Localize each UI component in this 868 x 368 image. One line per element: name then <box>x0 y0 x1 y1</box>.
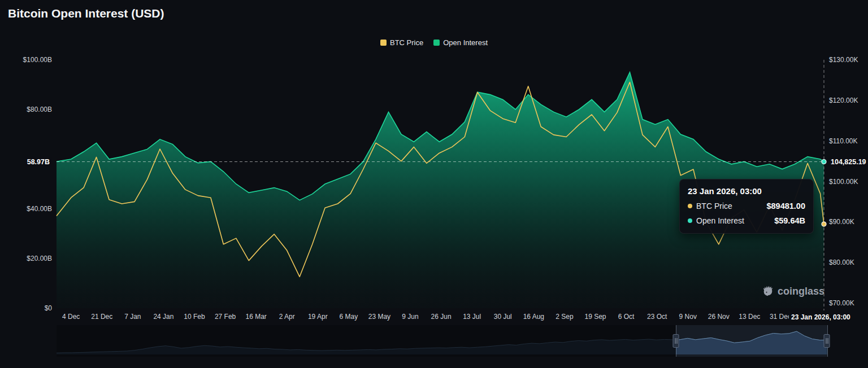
tooltip-title: 23 Jan 2026, 03:00 <box>688 186 805 196</box>
navigator-handle-left[interactable] <box>673 334 679 348</box>
tooltip-series-label: Open Interest <box>696 216 744 225</box>
navigator-handle-right[interactable] <box>824 334 830 348</box>
x-crosshair-label: 23 Jan 2026, 03:00 <box>789 312 853 322</box>
btc-price-marker-dot <box>822 222 826 226</box>
tooltip-row: Open Interest$59.64B <box>688 216 805 225</box>
watermark-text: coinglass <box>778 286 824 297</box>
navigator-dim-overlay <box>57 325 676 357</box>
tooltip-series-value: $59.64B <box>774 216 805 225</box>
navigator[interactable] <box>57 325 828 357</box>
tooltip-row: BTC Price$89481.00 <box>688 201 805 211</box>
navigator-selection[interactable] <box>676 325 828 357</box>
watermark: coinglass <box>762 285 824 297</box>
coinglass-btc-open-interest-page: Bitcoin Open Interest (USD) BTC PriceOpe… <box>0 0 868 368</box>
tooltip-series-label: BTC Price <box>696 201 732 211</box>
tooltip: 23 Jan 2026, 03:00 BTC Price$89481.00Ope… <box>679 179 814 234</box>
open-interest-marker-dot <box>822 160 826 164</box>
series-color-dot <box>688 204 692 208</box>
series-color-dot <box>688 218 692 223</box>
price-crosshair-value-badge: 104,825.19 <box>828 157 868 167</box>
tooltip-series-value: $89481.00 <box>766 201 805 211</box>
coinglass-logo-icon <box>762 285 774 297</box>
oi-current-value-badge: 58.97B <box>25 157 52 167</box>
